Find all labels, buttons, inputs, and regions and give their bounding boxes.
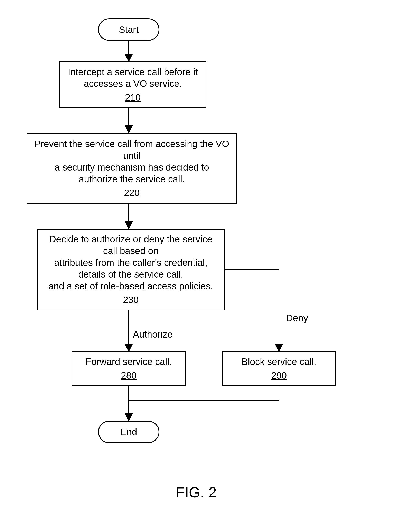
process-210: Intercept a service call before itaccess… [59,61,206,108]
terminal-end-label: End [120,427,137,437]
flowchart-canvas: Start End Intercept a service call befor… [0,0,394,532]
edge-label-authorize: Authorize [133,329,172,340]
figure-caption: FIG. 2 [155,484,237,501]
process-290: Block service call. 290 [222,351,336,386]
terminal-end: End [98,421,159,443]
process-210-ref: 210 [125,92,141,103]
process-210-text: Intercept a service call before itaccess… [68,66,198,90]
process-290-ref: 290 [271,370,287,382]
process-290-text: Block service call. [242,356,316,368]
process-220-text: Prevent the service call from accessing … [34,138,229,185]
process-230-ref: 230 [123,294,139,306]
terminal-start: Start [98,18,159,41]
process-220: Prevent the service call from accessing … [26,133,237,204]
process-230-text: Decide to authorize or deny the servicec… [48,233,213,292]
process-280-text: Forward service call. [86,356,172,368]
terminal-start-label: Start [119,25,139,34]
process-230: Decide to authorize or deny the servicec… [37,229,225,310]
process-220-ref: 220 [124,187,140,199]
edge-label-deny: Deny [286,312,308,323]
process-280: Forward service call. 280 [72,351,186,386]
process-280-ref: 280 [121,370,137,382]
